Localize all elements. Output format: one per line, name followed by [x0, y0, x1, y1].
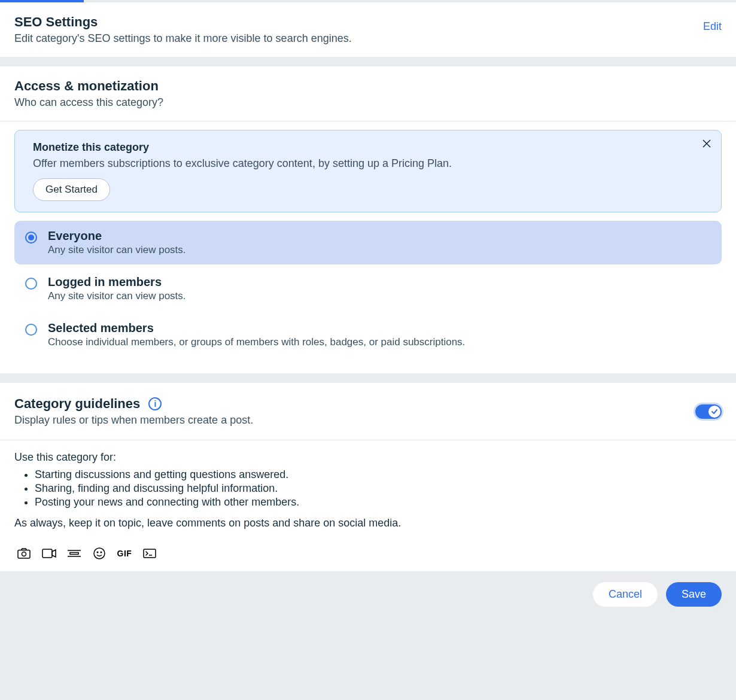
monetize-text: Offer members subscriptions to exclusive…	[33, 157, 703, 170]
footer-bar: Cancel Save	[0, 571, 736, 617]
guidelines-content[interactable]: Use this category for: Starting discussi…	[0, 440, 736, 540]
video-icon[interactable]	[42, 547, 56, 559]
radio-description: Choose individual members, or groups of …	[48, 336, 465, 348]
access-option[interactable]: EveryoneAny site visitor can view posts.	[14, 221, 722, 264]
guidelines-title: Category guidelines i	[14, 396, 253, 412]
seo-edit-link[interactable]: Edit	[703, 20, 722, 33]
seo-title: SEO Settings	[14, 14, 352, 30]
gif-icon[interactable]: GIF	[117, 547, 132, 559]
check-icon	[708, 406, 720, 418]
guidelines-section: Category guidelines i Display rules or t…	[0, 383, 736, 571]
svg-point-8	[101, 552, 102, 553]
svg-rect-9	[144, 549, 156, 558]
radio-description: Any site visitor can view posts.	[48, 244, 186, 256]
radio-label: Everyone	[48, 229, 186, 243]
svg-rect-0	[18, 550, 30, 559]
close-icon[interactable]	[701, 138, 713, 150]
editor-toolbar: GIF	[0, 540, 736, 571]
radio-button[interactable]	[25, 324, 37, 336]
list-item: Starting discussions and getting questio…	[35, 468, 722, 481]
emoji-icon[interactable]	[92, 547, 107, 559]
divider-icon[interactable]	[67, 547, 81, 559]
access-title: Access & monetization	[14, 78, 722, 94]
access-subtitle: Who can access this category?	[14, 96, 722, 109]
access-option[interactable]: Selected membersChoose individual member…	[14, 313, 722, 357]
access-option[interactable]: Logged in membersAny site visitor can vi…	[14, 267, 722, 311]
radio-button[interactable]	[25, 278, 37, 290]
seo-section: SEO Settings Edit category's SEO setting…	[0, 2, 736, 57]
guidelines-toggle[interactable]	[695, 404, 722, 419]
info-icon[interactable]: i	[148, 397, 162, 410]
guidelines-outro: As always, keep it on topic, leave comme…	[14, 517, 722, 529]
radio-label: Selected members	[48, 321, 465, 335]
get-started-button[interactable]: Get Started	[33, 178, 110, 201]
save-button[interactable]: Save	[666, 582, 722, 607]
radio-description: Any site visitor can view posts.	[48, 290, 186, 302]
list-item: Posting your news and connecting with ot…	[35, 496, 722, 509]
svg-rect-2	[42, 549, 52, 558]
cancel-button[interactable]: Cancel	[593, 582, 658, 607]
camera-icon[interactable]	[17, 547, 31, 559]
embed-icon[interactable]	[142, 547, 157, 559]
svg-rect-4	[70, 553, 78, 555]
monetize-title: Monetize this category	[33, 141, 703, 154]
radio-button[interactable]	[25, 232, 37, 244]
guidelines-intro: Use this category for:	[14, 451, 722, 464]
svg-point-1	[22, 552, 26, 556]
monetize-notice: Monetize this category Offer members sub…	[14, 130, 722, 212]
svg-point-6	[94, 548, 105, 559]
svg-point-7	[97, 552, 98, 553]
radio-label: Logged in members	[48, 275, 186, 289]
list-item: Sharing, finding and discussing helpful …	[35, 482, 722, 495]
guidelines-subtitle: Display rules or tips when members creat…	[14, 414, 253, 427]
access-section: Access & monetization Who can access thi…	[0, 66, 736, 373]
seo-subtitle: Edit category's SEO settings to make it …	[14, 32, 352, 45]
